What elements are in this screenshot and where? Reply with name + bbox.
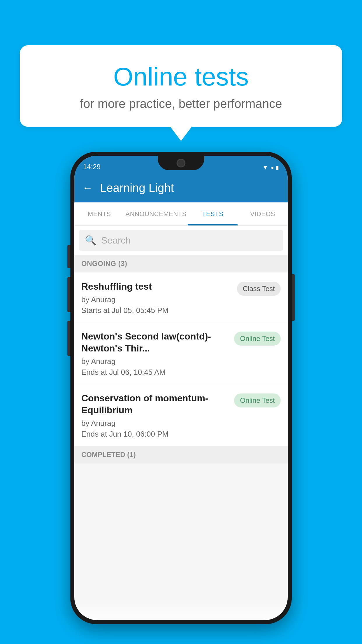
test-name-1: Reshuffling test — [81, 281, 232, 293]
test-item-2[interactable]: Newton's Second law(contd)-Newton's Thir… — [74, 322, 288, 384]
tab-tests[interactable]: TESTS — [188, 202, 238, 225]
volume-up-button — [67, 245, 70, 268]
test-item-1[interactable]: Reshuffling test by Anurag Starts at Jul… — [74, 272, 288, 322]
wifi-icon: ▼ — [262, 164, 268, 171]
search-placeholder: Search — [101, 235, 131, 246]
test-list: Reshuffling test by Anurag Starts at Jul… — [74, 272, 288, 446]
test-date-1: Starts at Jul 05, 05:45 PM — [81, 306, 232, 315]
completed-title: COMPLETED (1) — [81, 451, 136, 459]
test-author-2: by Anurag — [81, 357, 229, 366]
completed-section-header: COMPLETED (1) — [74, 446, 288, 463]
bubble-subtitle: for more practice, better performance — [43, 97, 319, 111]
test-info-1: Reshuffling test by Anurag Starts at Jul… — [81, 281, 237, 315]
speech-bubble-container: Online tests for more practice, better p… — [20, 45, 342, 127]
test-author-3: by Anurag — [81, 419, 229, 428]
ongoing-section-header: ONGOING (3) — [74, 255, 288, 272]
speech-bubble: Online tests for more practice, better p… — [20, 45, 342, 127]
test-date-2: Ends at Jul 06, 10:45 AM — [81, 368, 229, 377]
test-name-2: Newton's Second law(contd)-Newton's Thir… — [81, 330, 229, 355]
test-info-3: Conservation of momentum-Equilibrium by … — [81, 392, 234, 439]
test-author-1: by Anurag — [81, 295, 232, 304]
search-bar[interactable]: 🔍 Search — [79, 230, 283, 251]
search-icon: 🔍 — [85, 235, 96, 246]
test-date-3: Ends at Jun 10, 06:00 PM — [81, 430, 229, 439]
signal-icon: ◂ — [270, 164, 273, 171]
back-button[interactable]: ← — [82, 182, 93, 194]
battery-icon: ▮ — [276, 164, 279, 171]
phone-screen: 14:29 ▼ ◂ ▮ ← Learning Light MENTS ANNOU… — [74, 156, 288, 620]
tab-announcements[interactable]: ANNOUNCEMENTS — [124, 202, 188, 225]
phone-camera — [177, 159, 185, 167]
app-bar: ← Learning Light — [74, 173, 288, 202]
bottom-fade — [74, 597, 288, 620]
tab-ments[interactable]: MENTS — [74, 202, 124, 225]
test-badge-3: Online Test — [234, 393, 281, 407]
search-container: 🔍 Search — [74, 226, 288, 255]
test-badge-1: Class Test — [237, 282, 281, 296]
status-icons: ▼ ◂ ▮ — [262, 164, 279, 171]
tab-bar: MENTS ANNOUNCEMENTS TESTS VIDEOS — [74, 202, 288, 226]
tab-videos[interactable]: VIDEOS — [238, 202, 288, 225]
phone-notch — [158, 156, 204, 170]
bubble-title: Online tests — [43, 63, 319, 91]
status-time: 14:29 — [83, 163, 101, 171]
test-info-2: Newton's Second law(contd)-Newton's Thir… — [81, 330, 234, 377]
phone-frame: 14:29 ▼ ◂ ▮ ← Learning Light MENTS ANNOU… — [70, 152, 292, 624]
test-name-3: Conservation of momentum-Equilibrium — [81, 392, 229, 416]
phone-container: 14:29 ▼ ◂ ▮ ← Learning Light MENTS ANNOU… — [70, 152, 292, 624]
power-button — [292, 274, 295, 321]
test-item-3[interactable]: Conservation of momentum-Equilibrium by … — [74, 384, 288, 446]
ongoing-title: ONGOING (3) — [81, 260, 127, 267]
app-title: Learning Light — [100, 181, 174, 195]
silent-button — [67, 321, 70, 356]
volume-down-button — [67, 277, 70, 312]
test-badge-2: Online Test — [234, 332, 281, 346]
